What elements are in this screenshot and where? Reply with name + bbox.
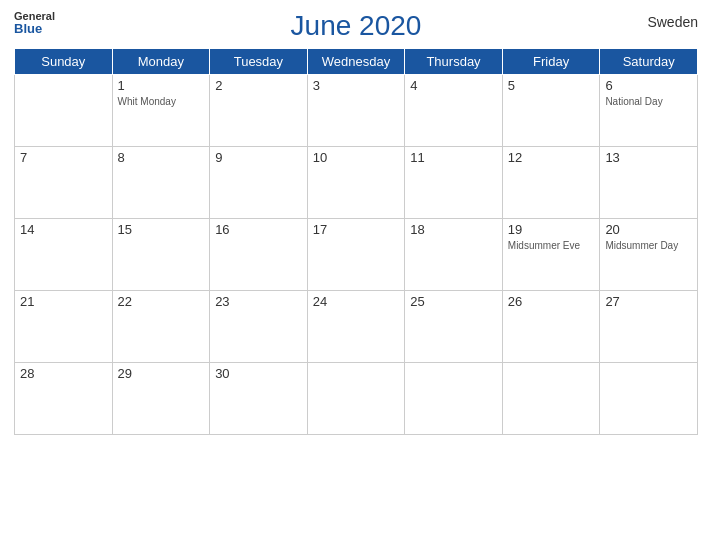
day-number: 30: [215, 366, 302, 381]
cell-week5-day7: [600, 363, 698, 435]
day-number: 14: [20, 222, 107, 237]
cell-week3-day7: 20Midsummer Day: [600, 219, 698, 291]
calendar-grid: Sunday Monday Tuesday Wednesday Thursday…: [14, 48, 698, 435]
cell-week4-day4: 24: [307, 291, 405, 363]
cell-week5-day4: [307, 363, 405, 435]
logo-blue-text: Blue: [14, 22, 42, 36]
cell-week1-day5: 4: [405, 75, 503, 147]
cell-week3-day1: 14: [15, 219, 113, 291]
day-number: 28: [20, 366, 107, 381]
day-number: 6: [605, 78, 692, 93]
cell-week5-day3: 30: [210, 363, 308, 435]
day-number: 19: [508, 222, 595, 237]
week-row-1: 1Whit Monday23456National Day: [15, 75, 698, 147]
day-number: 10: [313, 150, 400, 165]
cell-week2-day3: 9: [210, 147, 308, 219]
holiday-name: Midsummer Day: [605, 239, 692, 252]
day-number: 4: [410, 78, 497, 93]
day-number: 13: [605, 150, 692, 165]
day-number: 27: [605, 294, 692, 309]
day-number: 22: [118, 294, 205, 309]
day-number: 25: [410, 294, 497, 309]
day-number: 15: [118, 222, 205, 237]
day-number: 7: [20, 150, 107, 165]
cell-week3-day4: 17: [307, 219, 405, 291]
day-number: 26: [508, 294, 595, 309]
day-number: 3: [313, 78, 400, 93]
cell-week4-day1: 21: [15, 291, 113, 363]
header-tuesday: Tuesday: [210, 49, 308, 75]
day-number: 23: [215, 294, 302, 309]
day-number: 1: [118, 78, 205, 93]
cell-week4-day5: 25: [405, 291, 503, 363]
day-number: 29: [118, 366, 205, 381]
day-number: 2: [215, 78, 302, 93]
day-number: 16: [215, 222, 302, 237]
cell-week5-day1: 28: [15, 363, 113, 435]
days-header-row: Sunday Monday Tuesday Wednesday Thursday…: [15, 49, 698, 75]
week-row-5: 282930: [15, 363, 698, 435]
holiday-name: Whit Monday: [118, 95, 205, 108]
cell-week1-day6: 5: [502, 75, 600, 147]
calendar-header: General Blue June 2020 Sweden: [14, 10, 698, 42]
cell-week4-day2: 22: [112, 291, 210, 363]
cell-week1-day7: 6National Day: [600, 75, 698, 147]
header-sunday: Sunday: [15, 49, 113, 75]
day-number: 5: [508, 78, 595, 93]
day-number: 12: [508, 150, 595, 165]
day-number: 11: [410, 150, 497, 165]
cell-week2-day2: 8: [112, 147, 210, 219]
holiday-name: Midsummer Eve: [508, 239, 595, 252]
logo-area: General Blue: [14, 10, 55, 36]
day-number: 24: [313, 294, 400, 309]
cell-week3-day5: 18: [405, 219, 503, 291]
calendar-container: General Blue June 2020 Sweden Sunday Mon…: [0, 0, 712, 550]
header-monday: Monday: [112, 49, 210, 75]
day-number: 8: [118, 150, 205, 165]
day-number: 21: [20, 294, 107, 309]
cell-week2-day5: 11: [405, 147, 503, 219]
header-wednesday: Wednesday: [307, 49, 405, 75]
cell-week5-day2: 29: [112, 363, 210, 435]
calendar-title: June 2020: [291, 10, 422, 42]
cell-week1-day3: 2: [210, 75, 308, 147]
week-row-2: 78910111213: [15, 147, 698, 219]
cell-week2-day1: 7: [15, 147, 113, 219]
cell-week1-day2: 1Whit Monday: [112, 75, 210, 147]
header-friday: Friday: [502, 49, 600, 75]
cell-week4-day7: 27: [600, 291, 698, 363]
cell-week3-day2: 15: [112, 219, 210, 291]
cell-week1-day1: [15, 75, 113, 147]
cell-week5-day6: [502, 363, 600, 435]
holiday-name: National Day: [605, 95, 692, 108]
cell-week4-day3: 23: [210, 291, 308, 363]
day-number: 18: [410, 222, 497, 237]
cell-week2-day4: 10: [307, 147, 405, 219]
cell-week2-day6: 12: [502, 147, 600, 219]
week-row-4: 21222324252627: [15, 291, 698, 363]
day-number: 17: [313, 222, 400, 237]
cell-week5-day5: [405, 363, 503, 435]
header-saturday: Saturday: [600, 49, 698, 75]
day-number: 20: [605, 222, 692, 237]
country-label: Sweden: [647, 14, 698, 30]
cell-week4-day6: 26: [502, 291, 600, 363]
cell-week3-day6: 19Midsummer Eve: [502, 219, 600, 291]
cell-week3-day3: 16: [210, 219, 308, 291]
header-thursday: Thursday: [405, 49, 503, 75]
day-number: 9: [215, 150, 302, 165]
cell-week2-day7: 13: [600, 147, 698, 219]
cell-week1-day4: 3: [307, 75, 405, 147]
week-row-3: 141516171819Midsummer Eve20Midsummer Day: [15, 219, 698, 291]
